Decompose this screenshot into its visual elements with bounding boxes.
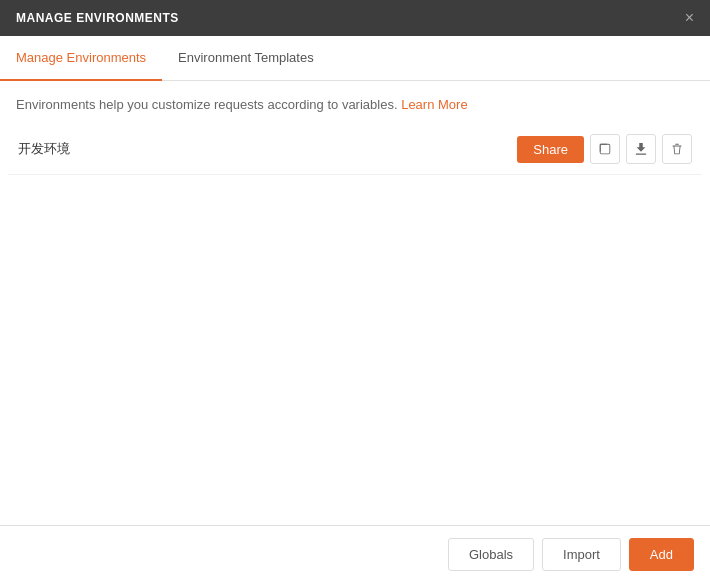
dialog-body: Environments help you customize requests… xyxy=(0,81,710,525)
tab-environment-templates[interactable]: Environment Templates xyxy=(162,36,330,81)
learn-more-link[interactable]: Learn More xyxy=(401,97,467,112)
copy-icon xyxy=(598,142,612,156)
add-button[interactable]: Add xyxy=(629,538,694,571)
import-button[interactable]: Import xyxy=(542,538,621,571)
tabs-bar: Manage Environments Environment Template… xyxy=(0,36,710,81)
download-button[interactable] xyxy=(626,134,656,164)
info-bar: Environments help you customize requests… xyxy=(0,81,710,124)
environment-name: 开发环境 xyxy=(18,140,517,158)
duplicate-button[interactable] xyxy=(590,134,620,164)
dialog-header: MANAGE ENVIRONMENTS × xyxy=(0,0,710,36)
share-button[interactable]: Share xyxy=(517,136,584,163)
tab-manage-environments[interactable]: Manage Environments xyxy=(0,36,162,81)
environment-actions: Share xyxy=(517,134,692,164)
environment-list: 开发环境 Share xyxy=(0,124,710,525)
globals-button[interactable]: Globals xyxy=(448,538,534,571)
delete-button[interactable] xyxy=(662,134,692,164)
svg-rect-0 xyxy=(636,153,647,154)
dialog-title: MANAGE ENVIRONMENTS xyxy=(16,11,179,25)
manage-environments-dialog: MANAGE ENVIRONMENTS × Manage Environment… xyxy=(0,0,710,583)
trash-icon xyxy=(670,142,684,156)
dialog-footer: Globals Import Add xyxy=(0,525,710,583)
info-description: Environments help you customize requests… xyxy=(16,97,398,112)
environment-item: 开发环境 Share xyxy=(8,124,702,175)
close-button[interactable]: × xyxy=(685,10,694,26)
download-icon xyxy=(634,142,648,156)
